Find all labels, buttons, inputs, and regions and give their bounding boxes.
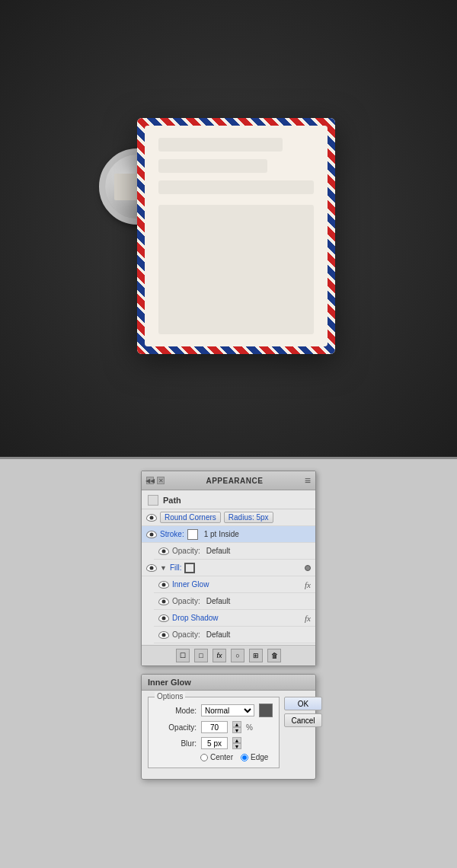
panel-controls: ◀◀ ✕: [146, 477, 165, 484]
eye-icon-5[interactable]: [158, 581, 169, 589]
dialog-buttons: OK Cancel: [284, 697, 322, 773]
fill-row: ▼ Fill:: [142, 560, 315, 576]
inner-glow-row: Inner Glow fx: [154, 576, 315, 593]
fill-label[interactable]: Fill:: [170, 563, 182, 572]
eye-icon-3[interactable]: [158, 547, 169, 555]
blur-stepper-up[interactable]: ▲: [232, 737, 241, 743]
mode-select[interactable]: Normal: [201, 704, 254, 716]
mode-row: Mode: Normal: [155, 704, 273, 717]
panel-title: APPEARANCE: [206, 477, 263, 485]
blur-stepper-down[interactable]: ▼: [232, 743, 241, 749]
opacity-stepper[interactable]: ▲ ▼: [232, 721, 241, 733]
panel-footer: ☐ □ fx ○ ⊞ 🗑: [142, 645, 315, 665]
fill-circle: [305, 565, 311, 571]
fill-swatch[interactable]: [184, 563, 195, 573]
opacity3-row: Opacity: Default: [154, 627, 315, 643]
envelope-wrapper: [122, 103, 335, 354]
eye-icon-7[interactable]: [158, 614, 169, 622]
stroke-label[interactable]: Stroke:: [160, 530, 184, 538]
radius-value: 5px: [257, 513, 269, 522]
center-radio[interactable]: [200, 754, 208, 761]
eye-icon-4[interactable]: [146, 564, 157, 572]
bottom-section: R: 184 G: 184 B: 176 R: 215 G: 215 B: 20…: [0, 459, 457, 868]
dialog-titlebar: Inner Glow: [142, 675, 315, 691]
panel-menu-btn[interactable]: ≡: [305, 474, 311, 487]
cancel-button[interactable]: Cancel: [284, 713, 322, 727]
panel-path-row: Path: [142, 492, 315, 509]
opacity2-value: Default: [206, 597, 231, 605]
envelope-field-2: [158, 159, 267, 173]
center-radio-label[interactable]: Center: [200, 753, 233, 761]
opacity2-label: Opacity:: [172, 597, 200, 605]
panel-close-btn[interactable]: ✕: [157, 477, 165, 484]
path-icon: [148, 495, 158, 506]
blur-stepper[interactable]: ▲ ▼: [232, 737, 241, 749]
radio-group: Center Edge: [200, 753, 273, 761]
panel-collapse-btn[interactable]: ◀◀: [146, 477, 154, 484]
opacity3-value: Default: [206, 630, 231, 639]
stroke-row: Stroke: 1 pt Inside: [142, 526, 315, 543]
opacity1-row: Opacity: Default: [154, 543, 315, 560]
round-corners-btn[interactable]: Round Corners: [160, 512, 221, 523]
drop-shadow-row: Drop Shadow fx: [154, 610, 315, 627]
opacity2-row: Opacity: Default: [154, 593, 315, 610]
edge-radio-label[interactable]: Edge: [241, 753, 268, 761]
eye-icon-1[interactable]: [146, 514, 157, 522]
footer-circle-btn[interactable]: ○: [231, 649, 244, 662]
edge-label: Edge: [251, 753, 268, 761]
stroke-value: 1 pt Inside: [204, 530, 239, 538]
inner-glow-label[interactable]: Inner Glow: [172, 580, 209, 589]
center-label: Center: [210, 753, 233, 761]
footer-square-btn[interactable]: ☐: [176, 649, 190, 662]
panel-titlebar: ◀◀ ✕ APPEARANCE ≡: [142, 471, 315, 490]
envelope-inner: [145, 126, 328, 346]
opacity1-label: Opacity:: [172, 547, 200, 555]
appearance-panel: ◀◀ ✕ APPEARANCE ≡ Path Round Corners Rad…: [141, 471, 316, 666]
opacity-pct: %: [246, 723, 253, 732]
color-swatch[interactable]: [259, 704, 273, 717]
eye-icon-8[interactable]: [158, 631, 169, 639]
inner-glow-dialog: Inner Glow Options Mode: Normal Opa: [141, 674, 316, 780]
ok-button[interactable]: OK: [284, 697, 322, 710]
opacity-input[interactable]: [201, 721, 228, 733]
options-section-label: Options: [155, 692, 185, 700]
radius-btn[interactable]: Radius: 5px: [224, 512, 273, 523]
envelope: [137, 118, 335, 354]
top-section: [0, 0, 457, 457]
dialog-body: Options Mode: Normal Opacity:: [142, 691, 315, 779]
envelope-border: [137, 118, 335, 354]
mode-label: Mode:: [155, 707, 197, 715]
footer-trash-btn[interactable]: 🗑: [267, 649, 281, 662]
opacity1-value: Default: [206, 547, 231, 555]
footer-fx-btn[interactable]: fx: [213, 649, 226, 662]
panel-body: Path Round Corners Radius: 5px Stroke: 1…: [142, 490, 315, 645]
opacity-dialog-label: Opacity:: [155, 723, 197, 732]
fill-arrow: ▼: [160, 564, 167, 572]
eye-icon-6[interactable]: [158, 598, 169, 605]
fx-icon-1: fx: [305, 580, 311, 589]
opacity-stepper-down[interactable]: ▼: [232, 727, 241, 733]
drop-shadow-label[interactable]: Drop Shadow: [172, 614, 219, 622]
opacity3-label: Opacity:: [172, 630, 200, 639]
envelope-textarea: [158, 205, 314, 334]
envelope-field-3: [158, 180, 314, 194]
radius-label: Radius:: [228, 513, 254, 522]
blur-input[interactable]: [201, 737, 228, 749]
blur-row: Blur: ▲ ▼: [155, 737, 273, 749]
edge-radio[interactable]: [241, 754, 248, 761]
eye-icon-2[interactable]: [146, 531, 157, 538]
stroke-swatch[interactable]: [187, 529, 198, 540]
opacity-row: Opacity: ▲ ▼ %: [155, 721, 273, 733]
fx-icon-2: fx: [305, 614, 311, 623]
footer-white-square-btn[interactable]: □: [194, 649, 208, 662]
envelope-field-1: [158, 138, 283, 152]
options-section: Options Mode: Normal Opacity:: [148, 697, 280, 768]
footer-layers-btn[interactable]: ⊞: [249, 649, 263, 662]
blur-label: Blur:: [155, 739, 197, 748]
opacity-stepper-up[interactable]: ▲: [232, 721, 241, 727]
path-label: Path: [163, 496, 181, 505]
round-corners-row: Round Corners Radius: 5px: [142, 509, 315, 526]
